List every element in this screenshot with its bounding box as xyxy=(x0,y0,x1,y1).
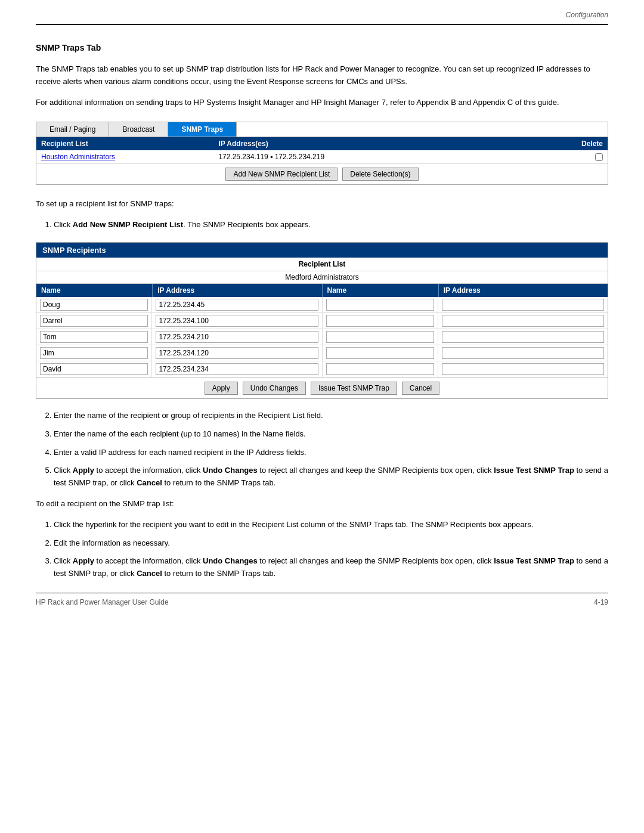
snmp-name-cell xyxy=(36,329,152,345)
snmp-name-input[interactable] xyxy=(40,331,148,343)
tab-snmp-traps[interactable]: SNMP Traps xyxy=(168,122,237,137)
snmp-ip-input[interactable] xyxy=(156,347,318,359)
tabs-buttons: Add New SNMP Recipient List Delete Selec… xyxy=(36,164,608,184)
snmp-recipient-list-title: Recipient List xyxy=(36,258,608,271)
cancel-button[interactable]: Cancel xyxy=(402,382,439,395)
table-row xyxy=(36,345,608,361)
step1-item: Click Add New SNMP Recipient List. The S… xyxy=(54,219,608,231)
add-snmp-recipient-button[interactable]: Add New SNMP Recipient List xyxy=(225,168,338,181)
snmp-ip-cell xyxy=(152,361,322,377)
step1-bold: Add New SNMP Recipient List xyxy=(73,220,183,229)
snmp-name2-cell xyxy=(323,313,438,329)
footer-left: HP Rack and Power Manager User Guide xyxy=(36,598,169,606)
para2: For additional information on sending tr… xyxy=(36,97,608,109)
snmp-name-input[interactable] xyxy=(40,363,148,375)
list-item: Enter a valid IP address for each named … xyxy=(54,447,608,459)
table-row xyxy=(36,361,608,377)
undo-changes-button[interactable]: Undo Changes xyxy=(243,382,306,395)
snmp-name2-cell xyxy=(323,361,438,377)
snmp-recipient-list-value: Medford Administrators xyxy=(36,271,608,284)
snmp-ip2-cell xyxy=(438,297,608,312)
footer: HP Rack and Power Manager User Guide 4-1… xyxy=(36,593,608,606)
snmp-name2-input[interactable] xyxy=(326,347,434,359)
step1-pre: Click xyxy=(54,220,73,229)
tabs-content: Recipient List IP Address(es) Delete Hou… xyxy=(36,137,608,184)
snmp-name-input[interactable] xyxy=(40,299,148,311)
snmp-ip2-cell xyxy=(438,313,608,329)
tabs-table-row: Houston Administrators 172.25.234.119 ▪ … xyxy=(36,150,608,164)
snmp-inner: Recipient List Medford Administrators Na… xyxy=(36,258,608,398)
step1-post: . The SNMP Recipients box appears. xyxy=(183,220,310,229)
snmp-name2-input[interactable] xyxy=(326,331,434,343)
table-row xyxy=(36,329,608,345)
snmp-buttons: Apply Undo Changes Issue Test SNMP Trap … xyxy=(36,377,608,398)
houston-administrators-link[interactable]: Houston Administrators xyxy=(41,153,115,161)
tabs-widget: Email / Paging Broadcast SNMP Traps Reci… xyxy=(36,122,608,185)
snmp-col-ip-header: IP Address xyxy=(153,284,322,297)
top-right-label: Configuration xyxy=(566,11,608,19)
snmp-ip2-input[interactable] xyxy=(442,315,604,327)
snmp-ip-cell xyxy=(152,313,322,329)
snmp-name-input[interactable] xyxy=(40,315,148,327)
col-delete-header: Delete xyxy=(573,140,603,148)
snmp-ip2-cell xyxy=(438,329,608,345)
para1: The SNMP Traps tab enables you to set up… xyxy=(36,63,608,88)
ip-cell: 172.25.234.119 ▪ 172.25.234.219 xyxy=(218,153,573,161)
list-item: Enter the name of the recipient or group… xyxy=(54,410,608,422)
snmp-ip-cell xyxy=(152,329,322,345)
table-row xyxy=(36,313,608,329)
snmp-name2-cell xyxy=(323,345,438,361)
delete-checkbox-cell xyxy=(573,153,603,161)
snmp-name2-cell xyxy=(323,329,438,345)
snmp-ip2-input[interactable] xyxy=(442,299,604,311)
snmp-recipients-box: SNMP Recipients Recipient List Medford A… xyxy=(36,242,608,399)
section-title: SNMP Traps Tab xyxy=(36,43,608,52)
tab-email-paging[interactable]: Email / Paging xyxy=(36,122,109,137)
snmp-ip-cell xyxy=(152,345,322,361)
col-recipient-header: Recipient List xyxy=(41,140,218,148)
edit-intro: To edit a recipient on the SNMP trap lis… xyxy=(36,498,608,510)
list-item: Enter the name of the each recipient (up… xyxy=(54,428,608,441)
snmp-col-name2-header: Name xyxy=(323,284,439,297)
snmp-name-cell xyxy=(36,297,152,312)
snmp-name-cell xyxy=(36,361,152,377)
snmp-ip-input[interactable] xyxy=(156,315,318,327)
tab-broadcast[interactable]: Broadcast xyxy=(109,122,168,137)
snmp-ip-input[interactable] xyxy=(156,363,318,375)
snmp-name2-input[interactable] xyxy=(326,299,434,311)
snmp-ip2-input[interactable] xyxy=(442,331,604,343)
recipient-link-cell: Houston Administrators xyxy=(41,153,218,161)
list-item: Edit the information as necessary. xyxy=(54,537,608,550)
snmp-name2-input[interactable] xyxy=(326,315,434,327)
snmp-col-ip2-header: IP Address xyxy=(439,284,608,297)
footer-right: 4-19 xyxy=(594,598,608,606)
snmp-ip2-input[interactable] xyxy=(442,347,604,359)
list-item: Click Apply to accept the information, c… xyxy=(54,465,608,490)
issue-test-snmp-trap-button[interactable]: Issue Test SNMP Trap xyxy=(311,382,397,395)
snmp-ip2-cell xyxy=(438,361,608,377)
steps-list: Click Add New SNMP Recipient List. The S… xyxy=(54,219,608,231)
edit-steps-list: Click the hyperlink for the recipient yo… xyxy=(54,519,608,580)
setup-text: To set up a recipient list for SNMP trap… xyxy=(36,198,608,210)
apply-button[interactable]: Apply xyxy=(205,382,238,395)
snmp-name2-cell xyxy=(323,297,438,312)
snmp-col-name-header: Name xyxy=(36,284,153,297)
delete-checkbox[interactable] xyxy=(595,153,603,161)
snmp-data-rows xyxy=(36,297,608,377)
snmp-name-cell xyxy=(36,313,152,329)
snmp-name2-input[interactable] xyxy=(326,363,434,375)
snmp-recipients-title: SNMP Recipients xyxy=(36,243,608,258)
list-item: Click the hyperlink for the recipient yo… xyxy=(54,519,608,531)
snmp-ip-input[interactable] xyxy=(156,331,318,343)
snmp-ip-input[interactable] xyxy=(156,299,318,311)
snmp-ip2-cell xyxy=(438,345,608,361)
tabs-table-header: Recipient List IP Address(es) Delete xyxy=(36,137,608,150)
snmp-ip2-input[interactable] xyxy=(442,363,604,375)
snmp-ip-cell xyxy=(152,297,322,312)
snmp-cols-header: Name IP Address Name IP Address xyxy=(36,284,608,297)
list-item: Click Apply to accept the information, c… xyxy=(54,555,608,580)
table-row xyxy=(36,297,608,313)
delete-selection-button[interactable]: Delete Selection(s) xyxy=(342,168,418,181)
col-ip-header: IP Address(es) xyxy=(218,140,573,148)
snmp-name-input[interactable] xyxy=(40,347,148,359)
